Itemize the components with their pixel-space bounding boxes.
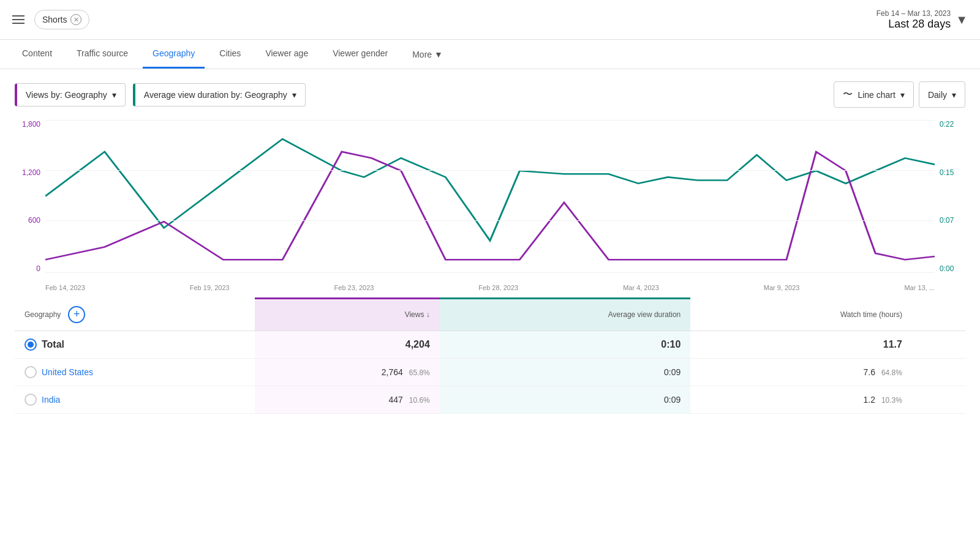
- india-avg-cell: 0:09: [440, 386, 691, 413]
- frequency-label: Daily: [928, 90, 947, 100]
- x-label-mar4: Mar 4, 2023: [623, 284, 659, 291]
- india-views: 447: [389, 395, 403, 405]
- col-watch-header: Watch time (hours): [690, 299, 912, 331]
- tab-more[interactable]: More ▼: [402, 41, 453, 68]
- chart-type-label: Line chart: [858, 90, 895, 100]
- x-label-feb23: Feb 23, 2023: [334, 284, 374, 291]
- y-left-label-1200: 1,200: [22, 168, 40, 177]
- y-right-label-015: 0:15: [940, 168, 954, 177]
- chart-y-right: 0:22 0:15 0:07 0:00: [935, 120, 965, 273]
- views-select[interactable]: Views by: Geography ▾: [15, 83, 126, 106]
- x-label-mar9: Mar 9, 2023: [764, 284, 800, 291]
- india-label-cell: India: [15, 386, 255, 413]
- tab-content[interactable]: Content: [12, 40, 62, 69]
- us-watch-cell: 7.6 64.8%: [690, 358, 912, 386]
- header-left: Shorts ✕: [12, 10, 89, 29]
- chart-y-left: 1,800 1,200 600 0: [15, 120, 45, 273]
- sort-arrow-icon: ↓: [426, 310, 430, 319]
- chart-controls-right: 〜 Line chart ▾ Daily ▾: [834, 81, 965, 108]
- y-left-label-0: 0: [36, 264, 40, 273]
- us-extra-cell: [912, 358, 965, 386]
- header: Shorts ✕ Feb 14 – Mar 13, 2023 Last 28 d…: [0, 0, 980, 40]
- hamburger-icon[interactable]: [12, 15, 24, 24]
- total-watch-cell: 11.7: [690, 331, 912, 358]
- tab-geography[interactable]: Geography: [143, 40, 205, 69]
- us-avg-cell: 0:09: [440, 358, 691, 386]
- date-range-dropdown[interactable]: ▼: [956, 13, 968, 27]
- chart-x-labels: Feb 14, 2023 Feb 19, 2023 Feb 23, 2023 F…: [45, 274, 935, 291]
- y-right-label-007: 0:07: [940, 216, 954, 225]
- total-row: Total 4,204 0:10 11.7: [15, 331, 965, 358]
- india-views-pct: 10.6%: [409, 396, 430, 405]
- total-label-cell: Total: [15, 331, 255, 358]
- y-left-label-600: 600: [28, 216, 40, 225]
- us-watch-pct: 64.8%: [881, 368, 902, 377]
- purple-line: [45, 152, 935, 260]
- x-label-feb28: Feb 28, 2023: [478, 284, 518, 291]
- tab-traffic-source[interactable]: Traffic source: [67, 40, 138, 69]
- avg-select-arrow: ▾: [292, 90, 296, 100]
- india-radio[interactable]: [24, 394, 37, 406]
- chart-type-select[interactable]: 〜 Line chart ▾: [834, 81, 913, 108]
- us-link[interactable]: United States: [42, 367, 93, 377]
- table-row: India 447 10.6% 0:09 1.2 10.3%: [15, 386, 965, 413]
- india-watch-cell: 1.2 10.3%: [690, 386, 912, 413]
- data-table: Geography + Views ↓ Average view duratio…: [15, 297, 965, 414]
- y-right-label-022: 0:22: [940, 120, 954, 129]
- india-watch: 1.2: [864, 395, 875, 405]
- date-range-main: Last 28 days: [876, 18, 951, 31]
- col-geo-header: Geography +: [15, 299, 255, 331]
- tabs: Content Traffic source Geography Cities …: [0, 40, 980, 69]
- frequency-select[interactable]: Daily ▾: [919, 81, 965, 108]
- tab-viewer-gender[interactable]: Viewer gender: [323, 40, 398, 69]
- table-row: United States 2,764 65.8% 0:09 7.6 64.8%: [15, 358, 965, 386]
- chart-section: Views by: Geography ▾ Average view durat…: [0, 69, 980, 291]
- total-radio[interactable]: [24, 338, 37, 351]
- tab-cities[interactable]: Cities: [209, 40, 251, 69]
- x-label-feb14: Feb 14, 2023: [45, 284, 85, 291]
- col-geo-label: Geography: [24, 310, 61, 319]
- india-watch-pct: 10.3%: [881, 396, 902, 405]
- date-range-sub: Feb 14 – Mar 13, 2023: [876, 9, 951, 18]
- header-right: Feb 14 – Mar 13, 2023 Last 28 days ▼: [876, 9, 968, 31]
- frequency-arrow: ▾: [952, 90, 956, 100]
- total-extra-cell: [912, 331, 965, 358]
- us-watch: 7.6: [864, 367, 875, 377]
- us-label-cell: United States: [15, 358, 255, 386]
- x-label-mar13: Mar 13, ...: [904, 284, 935, 291]
- us-radio[interactable]: [24, 366, 37, 378]
- tab-viewer-age[interactable]: Viewer age: [255, 40, 318, 69]
- views-select-arrow: ▾: [112, 90, 116, 100]
- col-avg-header: Average view duration: [440, 299, 691, 331]
- chevron-down-icon: ▼: [434, 50, 443, 59]
- y-right-label-000: 0:00: [940, 264, 954, 273]
- total-views-cell: 4,204: [255, 331, 440, 358]
- table-section: Geography + Views ↓ Average view duratio…: [0, 297, 980, 414]
- chart-container: 1,800 1,200 600 0 0:22 0:15 0:07 0:00 Fe…: [15, 120, 965, 291]
- add-column-button[interactable]: +: [68, 306, 85, 323]
- filter-chip-close[interactable]: ✕: [70, 14, 81, 25]
- us-views-cell: 2,764 65.8%: [255, 358, 440, 386]
- chart-controls: Views by: Geography ▾ Average view durat…: [15, 81, 965, 108]
- date-range: Feb 14 – Mar 13, 2023 Last 28 days: [876, 9, 951, 31]
- tab-more-label: More: [412, 50, 432, 59]
- india-extra-cell: [912, 386, 965, 413]
- col-views-header: Views ↓: [255, 299, 440, 331]
- x-label-feb19: Feb 19, 2023: [190, 284, 230, 291]
- avg-select-label: Average view duration by: Geography: [144, 90, 287, 100]
- us-views: 2,764: [382, 367, 403, 377]
- col-extra-header: [912, 299, 965, 331]
- total-avg-cell: 0:10: [440, 331, 691, 358]
- total-label: Total: [42, 339, 64, 350]
- filter-chip[interactable]: Shorts ✕: [34, 10, 89, 29]
- filter-chip-label: Shorts: [42, 15, 67, 24]
- chart-area: [45, 120, 935, 273]
- views-select-label: Views by: Geography: [26, 90, 107, 100]
- avg-select[interactable]: Average view duration by: Geography ▾: [133, 83, 306, 106]
- chart-type-arrow: ▾: [900, 90, 905, 100]
- us-views-pct: 65.8%: [409, 368, 430, 377]
- line-chart-icon: 〜: [843, 88, 853, 101]
- india-views-cell: 447 10.6%: [255, 386, 440, 413]
- y-left-label-1800: 1,800: [22, 120, 40, 129]
- india-link[interactable]: India: [42, 395, 60, 405]
